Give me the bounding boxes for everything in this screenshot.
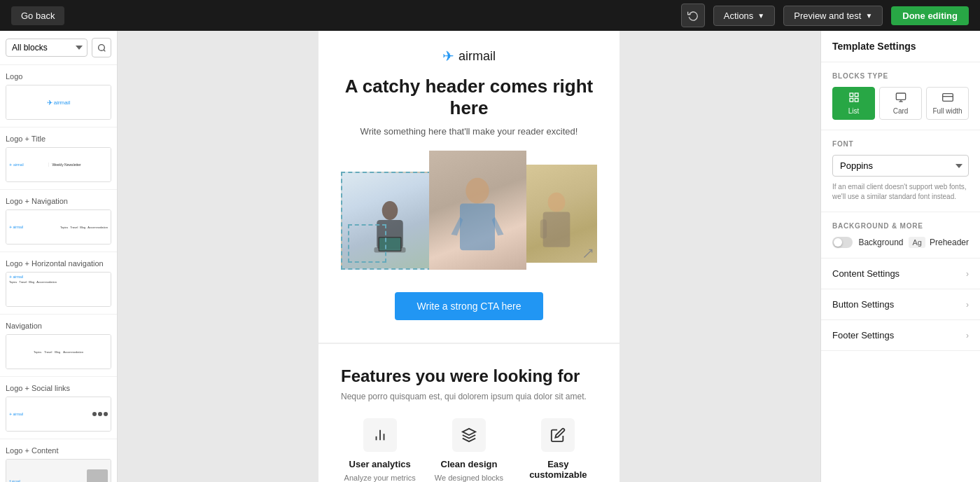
background-toggle[interactable] [832, 237, 853, 248]
card-icon [895, 92, 906, 105]
image-right [517, 165, 597, 263]
blocks-type-grid: List Card [832, 87, 969, 120]
svg-rect-17 [850, 98, 853, 102]
svg-rect-11 [540, 219, 547, 238]
block-group-label: Logo + Content [6, 446, 111, 455]
email-features-section: Features you were looking for Neque porr… [318, 343, 620, 482]
analytics-icon [363, 418, 397, 452]
svg-rect-18 [855, 98, 858, 102]
feature-name: Easy customizable [519, 459, 597, 480]
history-button[interactable] [681, 4, 705, 27]
features-title: Features you were looking for [341, 366, 597, 386]
block-preview-logo-horiz-nav[interactable]: ✈ airmail Topics Travel Blog Accommodati… [6, 272, 111, 307]
block-type-full-width[interactable]: Full width [926, 87, 969, 120]
svg-rect-8 [460, 204, 495, 251]
block-group-label: Logo + Title [6, 135, 111, 143]
search-icon-button[interactable] [92, 38, 111, 57]
button-settings-label: Button Settings [832, 299, 894, 310]
hero-subtitle: Write something here that'll make your r… [341, 126, 597, 137]
email-logo: ✈ airmail [341, 48, 597, 64]
chevron-right-icon: › [966, 269, 969, 279]
image-center [429, 151, 527, 270]
block-preview-logo-nav[interactable]: ✈ airmail Topics Travel Blog Accommodati… [6, 209, 111, 245]
block-group-logo-title: Logo + Title ✈ airmail Weekly Newsletter [0, 128, 117, 190]
font-label: FONT [832, 140, 969, 148]
block-preview-logo[interactable]: ✈ airmail [6, 85, 111, 120]
chevron-down-icon: ▼ [757, 12, 764, 20]
svg-point-9 [548, 193, 566, 212]
block-group-navigation: Navigation Topics Travel Blog Accommodat… [0, 315, 117, 377]
bg-row-right: Ag Preheader [909, 237, 969, 248]
block-preview-logo-title[interactable]: ✈ airmail Weekly Newsletter [6, 147, 111, 182]
top-nav: Go back Actions ▼ Preview and test ▼ Don… [0, 0, 980, 31]
block-filter-select[interactable]: All blocks [6, 39, 88, 57]
email-canvas: ✈ airmail A catchy header comes right he… [318, 31, 620, 482]
feature-desc: Analyze your metrics [341, 474, 419, 482]
go-back-button[interactable]: Go back [11, 6, 64, 25]
chevron-down-icon: ▼ [865, 12, 872, 20]
block-group-logo-social: Logo + Social links ✈ airmail [0, 377, 117, 439]
block-preview-logo-content[interactable]: ✈ airmail Get Ready Fast For Fall Leaf V… [6, 459, 111, 482]
chevron-right-icon: › [966, 331, 969, 340]
email-header-section: ✈ airmail A catchy header comes right he… [318, 31, 620, 343]
svg-point-7 [466, 178, 489, 204]
done-editing-button[interactable]: Done editing [891, 6, 969, 25]
block-type-list[interactable]: List [832, 87, 875, 120]
svg-point-0 [98, 44, 104, 50]
ag-label: Ag [909, 237, 925, 248]
block-preview-logo-social[interactable]: ✈ airmail [6, 397, 111, 432]
feature-name: Clean design [430, 459, 507, 469]
left-sidebar: All blocks Logo ✈ airmail Log [0, 31, 118, 482]
cta-button[interactable]: Write a strong CTA here [395, 292, 544, 320]
template-settings-title: Template Settings [821, 31, 980, 62]
block-type-card[interactable]: Card [879, 87, 922, 120]
footer-settings-section[interactable]: Footer Settings › [821, 320, 980, 351]
right-sidebar: Template Settings BLOCKS TYPE List [820, 31, 980, 482]
list-label: List [848, 107, 860, 115]
svg-rect-22 [942, 94, 953, 102]
block-group-logo-horiz-nav: Logo + Horizontal navigation ✈ airmail T… [0, 252, 117, 315]
logo-text: airmail [458, 49, 496, 64]
block-group-logo-nav: Logo + Navigation ✈ airmail Topics Trave… [0, 190, 117, 252]
preheader-label: Preheader [930, 237, 969, 247]
feature-item-design: Clean design We designed blocks that [430, 418, 507, 482]
main-area: All blocks Logo ✈ airmail Log [0, 31, 980, 482]
block-preview-navigation[interactable]: Topics Travel Blog Accommodation [6, 334, 111, 369]
svg-line-1 [104, 50, 105, 51]
feature-item-analytics: User analytics Analyze your metrics [341, 418, 419, 482]
image-left [341, 172, 439, 270]
full-width-icon [942, 92, 953, 105]
button-settings-section[interactable]: Button Settings › [821, 289, 980, 320]
font-select[interactable]: Poppins Arial Georgia Verdana [832, 155, 969, 177]
sidebar-toolbar: All blocks [0, 31, 117, 65]
content-settings-section[interactable]: Content Settings › [821, 259, 980, 289]
feature-desc: We designed blocks that [430, 474, 507, 482]
feature-name: User analytics [341, 459, 419, 469]
blocks-type-section: BLOCKS TYPE List [821, 62, 980, 130]
background-section: BACKGROUND & MORE Background Ag Preheade… [821, 212, 980, 259]
customize-icon [541, 418, 575, 452]
footer-settings-label: Footer Settings [832, 330, 894, 340]
svg-rect-15 [850, 93, 853, 97]
svg-rect-19 [896, 93, 905, 99]
block-group-label: Logo [6, 72, 111, 81]
background-label: Background [858, 237, 903, 247]
logo-icon: ✈ [442, 48, 454, 64]
blocks-type-label: BLOCKS TYPE [832, 72, 969, 80]
block-group-label: Navigation [6, 322, 111, 330]
font-hint: If an email client doesn't support web f… [832, 182, 969, 202]
features-grid: User analytics Analyze your metrics Clea… [341, 418, 597, 482]
bg-more-label: BACKGROUND & MORE [832, 222, 969, 230]
content-settings-label: Content Settings [832, 268, 899, 279]
hero-title: A catchy header comes right here [341, 76, 597, 119]
font-section: FONT Poppins Arial Georgia Verdana If an… [821, 130, 980, 212]
actions-button[interactable]: Actions ▼ [713, 6, 776, 26]
preview-button[interactable]: Preview and test ▼ [783, 6, 883, 26]
card-label: Card [893, 107, 909, 115]
block-group-logo: Logo ✈ airmail [0, 65, 117, 128]
block-group-label: Logo + Horizontal navigation [6, 259, 111, 268]
block-group-label: Logo + Social links [6, 384, 111, 392]
block-group-label: Logo + Navigation [6, 197, 111, 205]
bg-toggle-row: Background Ag Preheader [832, 237, 969, 248]
features-subtitle: Neque porro quisquam est, qui dolorem ip… [341, 392, 597, 401]
